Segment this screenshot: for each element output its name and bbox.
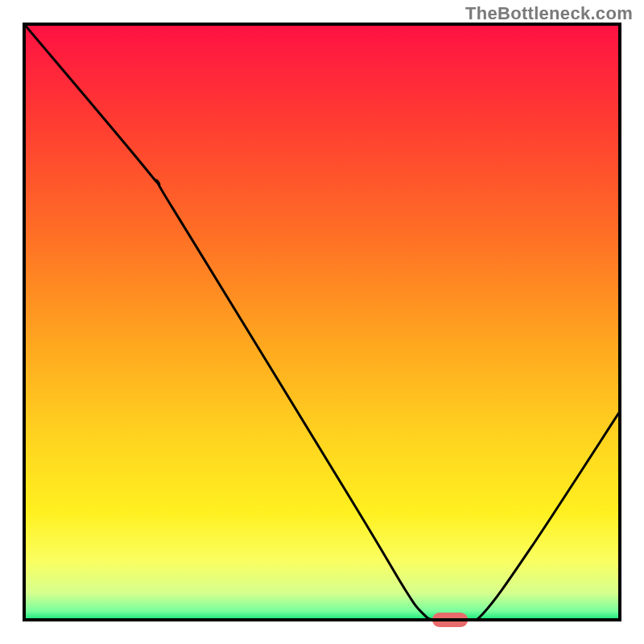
plot-background (24, 24, 620, 620)
bottleneck-chart (0, 0, 644, 644)
watermark-text: TheBottleneck.com (465, 3, 633, 24)
chart-canvas: TheBottleneck.com (0, 0, 644, 644)
